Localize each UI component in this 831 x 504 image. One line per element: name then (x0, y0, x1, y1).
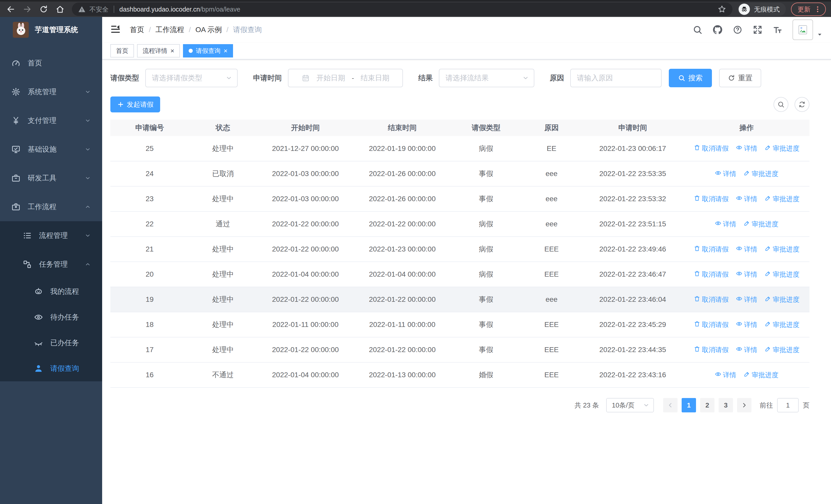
cancel-leave-link[interactable]: 取消请假 (694, 295, 728, 304)
sidebar-item-payment[interactable]: 支付管理 (0, 106, 102, 135)
sidebar-item-todo-task[interactable]: 待办任务 (0, 304, 102, 330)
approval-progress-link[interactable]: 审批进度 (765, 144, 799, 153)
reset-button[interactable]: 重置 (719, 69, 761, 87)
breadcrumb-item-home[interactable]: 首页 (130, 25, 144, 35)
url-divider (114, 6, 114, 13)
trash-icon (694, 295, 700, 304)
approval-progress-link[interactable]: 审批进度 (765, 320, 799, 329)
approval-progress-link[interactable]: 审批进度 (744, 169, 778, 178)
sidebar-collapse-icon[interactable] (110, 24, 122, 35)
approval-progress-link[interactable]: 审批进度 (744, 370, 778, 380)
approval-progress-link[interactable]: 审批进度 (765, 270, 799, 279)
breadcrumb-item-workflow[interactable]: 工作流程 (155, 25, 184, 35)
show-search-toggle-button[interactable] (774, 97, 789, 112)
breadcrumb-item-oa-example[interactable]: OA 示例 (196, 25, 222, 35)
approval-progress-link[interactable]: 审批进度 (765, 195, 799, 204)
sidebar-item-infra[interactable]: 基础设施 (0, 135, 102, 164)
fullscreen-icon[interactable] (752, 25, 763, 35)
detail-link[interactable]: 详情 (715, 169, 736, 178)
sidebar-item-done-task[interactable]: 已办任务 (0, 330, 102, 356)
cell-reason: EEE (521, 262, 582, 287)
bookmark-star-icon[interactable] (718, 5, 726, 13)
page-button-2[interactable]: 2 (700, 398, 715, 412)
browser-forward-button[interactable] (21, 3, 34, 16)
detail-link[interactable]: 详情 (715, 220, 736, 229)
detail-link[interactable]: 详情 (736, 195, 757, 204)
sidebar-item-task-mgmt[interactable]: 任务管理 (0, 250, 102, 279)
tab-label: 请假查询 (196, 47, 221, 55)
tab-home[interactable]: 首页 (110, 44, 134, 58)
search-icon[interactable] (692, 25, 703, 35)
cell-end-time: 2022-01-19 00:00:00 (354, 136, 451, 161)
chevron-down-icon (85, 118, 91, 124)
cell-end-time: 2022-01-22 00:00:00 (354, 211, 451, 237)
cancel-leave-link[interactable]: 取消请假 (694, 144, 728, 153)
browser-reload-button[interactable] (37, 3, 50, 16)
edit-icon (765, 245, 771, 254)
detail-link[interactable]: 详情 (736, 295, 757, 304)
tab-close-icon[interactable]: × (170, 48, 174, 54)
cancel-leave-link[interactable]: 取消请假 (694, 320, 728, 329)
refresh-table-button[interactable] (795, 97, 809, 112)
detail-link[interactable]: 详情 (736, 270, 757, 279)
sidebar-item-system[interactable]: 系统管理 (0, 78, 102, 106)
leave-type-select[interactable]: 请选择请假类型 (145, 69, 238, 87)
col-status: 状态 (189, 120, 257, 136)
not-secure-warning-icon[interactable] (78, 5, 86, 13)
browser-chrome: 不安全 dashboard.yudao.iocoder.cn/bpm/oa/le… (0, 0, 831, 17)
pagination: 共 23 条 10条/页 123 前往 页 (110, 398, 809, 412)
approval-progress-link[interactable]: 审批进度 (765, 295, 799, 304)
user-avatar[interactable] (793, 20, 813, 40)
cancel-leave-link[interactable]: 取消请假 (694, 195, 728, 204)
edit-icon (744, 371, 750, 379)
sidebar: 芋道管理系统 首页系统管理支付管理基础设施研发工具工作流程流程管理任务管理我的流… (0, 17, 102, 504)
search-button[interactable]: 搜索 (669, 69, 712, 87)
cell-leave-type: 病假 (451, 237, 521, 262)
apply-time-range-picker[interactable]: 开始日期 - 结束日期 (288, 69, 403, 87)
detail-link[interactable]: 详情 (736, 144, 757, 153)
sidebar-item-home[interactable]: 首页 (0, 49, 102, 78)
font-size-icon[interactable] (773, 25, 783, 35)
approval-progress-link[interactable]: 审批进度 (765, 245, 799, 254)
page-button-1[interactable]: 1 (682, 398, 696, 412)
reason-input[interactable] (570, 69, 662, 87)
result-select[interactable]: 请选择流结果 (439, 69, 534, 87)
logo-row[interactable]: 芋道管理系统 (0, 17, 102, 42)
cell-reason: eee (521, 287, 582, 312)
tab-close-icon[interactable]: × (224, 48, 227, 54)
update-button[interactable]: 更新 (791, 3, 826, 16)
tab-leave-query[interactable]: 请假查询× (183, 44, 233, 58)
sidebar-item-devtools[interactable]: 研发工具 (0, 164, 102, 192)
page-button-3[interactable]: 3 (719, 398, 733, 412)
goto-label: 前往 (760, 401, 773, 410)
detail-link[interactable]: 详情 (736, 320, 757, 329)
goto-page-input[interactable] (777, 398, 799, 412)
sidebar-item-leave-query[interactable]: 请假查询 (0, 356, 102, 381)
prev-page-button[interactable] (663, 398, 678, 412)
help-icon[interactable] (733, 25, 743, 35)
sidebar-item-process-mgmt[interactable]: 流程管理 (0, 221, 102, 250)
browser-back-button[interactable] (4, 3, 18, 16)
approval-progress-link[interactable]: 审批进度 (744, 220, 778, 229)
detail-link[interactable]: 详情 (736, 346, 757, 354)
cancel-leave-link[interactable]: 取消请假 (694, 346, 728, 354)
avatar-caret-down-icon[interactable] (816, 30, 823, 36)
detail-link[interactable]: 详情 (736, 245, 757, 254)
browser-home-button[interactable] (53, 3, 67, 16)
create-leave-button[interactable]: 发起请假 (110, 96, 160, 112)
col-apply-time: 申请时间 (581, 120, 684, 136)
browser-menu-kebab-icon[interactable] (814, 6, 821, 13)
page-size-select[interactable]: 10条/页 (606, 398, 654, 412)
sidebar-item-my-process[interactable]: 我的流程 (0, 279, 102, 304)
next-page-button[interactable] (737, 398, 751, 412)
sidebar-item-workflow[interactable]: 工作流程 (0, 192, 102, 221)
cell-end-time: 2022-01-13 00:00:00 (354, 362, 451, 387)
tab-process-detail[interactable]: 流程详情× (137, 44, 180, 58)
approval-progress-link[interactable]: 审批进度 (765, 346, 799, 354)
cancel-leave-link[interactable]: 取消请假 (694, 245, 728, 254)
github-icon[interactable] (712, 25, 723, 35)
url-bar[interactable]: 不安全 dashboard.yudao.iocoder.cn/bpm/oa/le… (72, 3, 733, 16)
detail-link[interactable]: 详情 (715, 370, 736, 380)
reason-label: 原因 (550, 73, 564, 83)
cancel-leave-link[interactable]: 取消请假 (694, 270, 728, 279)
